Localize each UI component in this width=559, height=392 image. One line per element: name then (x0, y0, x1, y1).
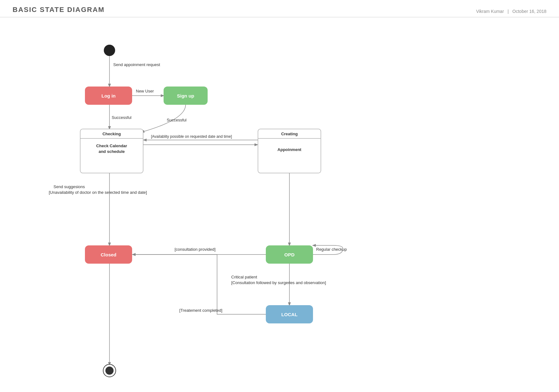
checking-sub2: and schedule (98, 149, 125, 154)
creating-title: Creating (281, 132, 298, 136)
checking-sub1: Check Calendar (96, 143, 127, 148)
creating-sub: Appoinment (277, 147, 301, 152)
header: BASIC STATE DIAGRAM Vikram Kumar | Octob… (0, 0, 559, 17)
closed-label: Closed (101, 252, 116, 257)
label-availability: [Availablity possible on requested date … (151, 134, 232, 139)
label-successful-login: Successful (112, 115, 131, 120)
opd-label: OPD (284, 252, 295, 257)
label-critical2: [Consultation followed by surgeries and … (231, 280, 326, 285)
end-node-inner (105, 367, 114, 375)
login-label: Log in (102, 93, 116, 98)
label-new-user: New User (136, 89, 154, 93)
label-regular-checkup: Regular checkup (316, 247, 347, 252)
label-treatment: [Treatement completed] (179, 308, 222, 313)
page-title: BASIC STATE DIAGRAM (13, 6, 105, 14)
label-consultation: [consultation provided] (175, 247, 215, 252)
label-critical1: Critical patient (231, 275, 257, 279)
diagram: Send appoinment request Log in New User … (0, 22, 559, 392)
label-successful-signup: Successful (167, 118, 187, 122)
label-send-suggestions1: Send suggesions (53, 184, 85, 189)
local-label: LOCAL (281, 312, 298, 317)
header-meta: Vikram Kumar | October 16, 2018 (476, 9, 546, 14)
checking-title: Checking (103, 132, 121, 136)
page: BASIC STATE DIAGRAM Vikram Kumar | Octob… (0, 0, 559, 392)
author: Vikram Kumar (476, 9, 504, 14)
start-node (104, 45, 115, 56)
label-send-suggestions2: [Unavailability of doctor on the selecte… (49, 190, 147, 195)
label-send-appt: Send appoinment request (113, 62, 160, 67)
date: October 16, 2018 (512, 9, 546, 14)
signup-label: Sign up (177, 93, 194, 98)
